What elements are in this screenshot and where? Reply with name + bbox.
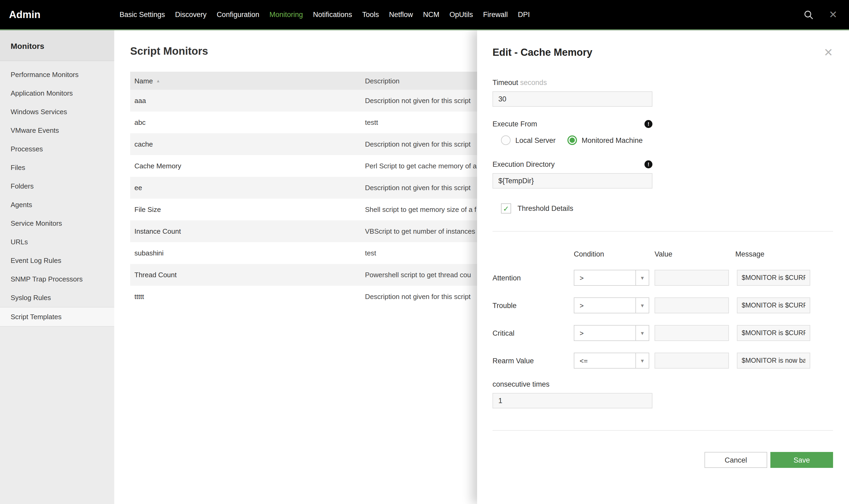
threshold-row: Critical > ▾ [493,325,833,341]
sidebar-item[interactable]: Agents [0,195,114,214]
condition-select[interactable]: > ▾ [574,325,649,341]
nav-item[interactable]: Notifications [313,11,352,19]
threshold-row: Attention > ▾ [493,270,833,286]
threshold-value-input[interactable] [655,325,729,341]
radio-option-label: Monitored Machine [582,136,643,144]
execute-from-options: Local Server Monitored Machine [493,136,833,145]
sidebar-item[interactable]: URLs [0,233,114,251]
topbar-actions: ✕ [803,9,849,20]
threshold-row-label: Trouble [493,301,574,309]
sort-asc-icon[interactable]: ▲ [156,78,160,83]
sidebar-item[interactable]: Files [0,158,114,177]
cell-name: aaa [130,97,365,105]
sidebar-item[interactable]: Event Log Rules [0,251,114,270]
cell-name: ttttt [130,293,365,301]
nav-item[interactable]: Firewall [483,11,508,19]
radio-icon [567,136,577,145]
save-button[interactable]: Save [771,452,833,468]
threshold-column-headers: Condition Value Message [493,250,833,258]
panel-header: Edit - Cache Memory ✕ [493,47,833,58]
sidebar-item[interactable]: SNMP Trap Processors [0,270,114,288]
threshold-details-row[interactable]: ✓ Threshold Details [493,203,833,214]
threshold-message-input[interactable] [737,325,810,341]
cell-name: Cache Memory [130,162,365,170]
threshold-details-label: Threshold Details [517,204,573,213]
sidebar: Monitors Performance Monitors Applicatio… [0,30,114,504]
condition-select[interactable]: > ▾ [574,270,649,286]
cell-name: abc [130,119,365,126]
cancel-button[interactable]: Cancel [705,452,767,468]
radio-option-label: Local Server [515,136,556,144]
chevron-down-icon: ▾ [635,270,649,285]
nav-item[interactable]: Configuration [217,11,260,19]
cell-name: Thread Count [130,271,365,279]
panel-actions: Cancel Save [705,452,833,468]
execution-directory-label: Execution Directory [493,160,555,168]
sidebar-item[interactable]: Service Monitors [0,214,114,233]
consecutive-times-label: consecutive times [493,380,833,388]
panel-title: Edit - Cache Memory [493,47,592,58]
column-header-name[interactable]: Name▲ [130,77,365,85]
sidebar-item[interactable]: Performance Monitors [0,65,114,84]
threshold-value-input[interactable] [655,353,729,368]
nav-item[interactable]: Netflow [389,11,413,19]
sidebar-item[interactable]: Application Monitors [0,84,114,103]
info-icon[interactable]: ! [644,160,652,168]
column-header-condition: Condition [574,250,655,258]
threshold-value-input[interactable] [655,298,729,313]
radio-option[interactable]: Local Server [501,136,556,145]
execution-directory-label-row: Execution Directory ! [493,160,652,168]
sidebar-item[interactable]: Processes [0,140,114,158]
cell-name: File Size [130,205,365,214]
sidebar-item[interactable]: Folders [0,177,114,195]
consecutive-times-input[interactable] [493,393,652,409]
radio-option[interactable]: Monitored Machine [567,136,643,145]
condition-selected-value: <= [574,357,635,365]
sidebar-item[interactable]: Windows Services [0,103,114,121]
info-icon[interactable]: ! [644,120,652,128]
chevron-down-icon: ▾ [635,353,649,368]
threshold-value-input[interactable] [655,270,729,286]
cell-name: cache [130,140,365,148]
app-root: Admin Basic Settings Discovery Configura… [0,0,849,504]
sidebar-item[interactable]: VMware Events [0,121,114,140]
panel-close-icon[interactable]: ✕ [824,47,833,58]
close-icon[interactable]: ✕ [829,10,837,20]
threshold-row: Rearm Value <= ▾ [493,353,833,368]
column-header-name-label: Name [135,77,153,85]
edit-panel: Edit - Cache Memory ✕ Timeout seconds Ex… [477,30,849,504]
radio-icon [501,136,511,145]
threshold-row-label: Critical [493,329,574,337]
nav-item[interactable]: OpUtils [449,11,473,19]
sidebar-item[interactable]: Syslog Rules [0,288,114,307]
sidebar-menu: Performance Monitors Application Monitor… [0,61,114,327]
cell-name: subashini [130,249,365,257]
threshold-row: Trouble > ▾ [493,298,833,313]
nav-item[interactable]: Tools [362,11,379,19]
threshold-message-input[interactable] [737,353,810,368]
timeout-input[interactable] [493,91,652,107]
checkbox-checked-icon[interactable]: ✓ [501,203,511,214]
column-header-value: Value [655,250,735,258]
threshold-rows: Attention > ▾ Trouble > ▾ [493,270,833,368]
sidebar-item[interactable]: Script Templates [0,307,114,327]
search-icon[interactable] [803,9,814,20]
execution-directory-input[interactable] [493,173,652,188]
timeout-label: Timeout [493,78,518,87]
threshold-row-label: Attention [493,274,574,282]
threshold-message-input[interactable] [737,298,810,313]
nav-item[interactable]: Monitoring [269,11,303,19]
nav-item[interactable]: Discovery [175,11,207,19]
condition-select[interactable]: <= ▾ [574,353,649,368]
nav-item[interactable]: DPI [518,11,530,19]
timeout-label-row: Timeout seconds [493,78,652,87]
condition-select[interactable]: > ▾ [574,298,649,313]
nav-item[interactable]: Basic Settings [120,11,165,19]
main-nav: Basic Settings Discovery Configuration M… [120,11,530,19]
threshold-message-input[interactable] [737,270,810,286]
chevron-down-icon: ▾ [635,298,649,313]
divider [493,231,833,232]
nav-item[interactable]: NCM [423,11,439,19]
condition-selected-value: > [574,329,635,337]
topbar: Admin Basic Settings Discovery Configura… [0,0,849,30]
